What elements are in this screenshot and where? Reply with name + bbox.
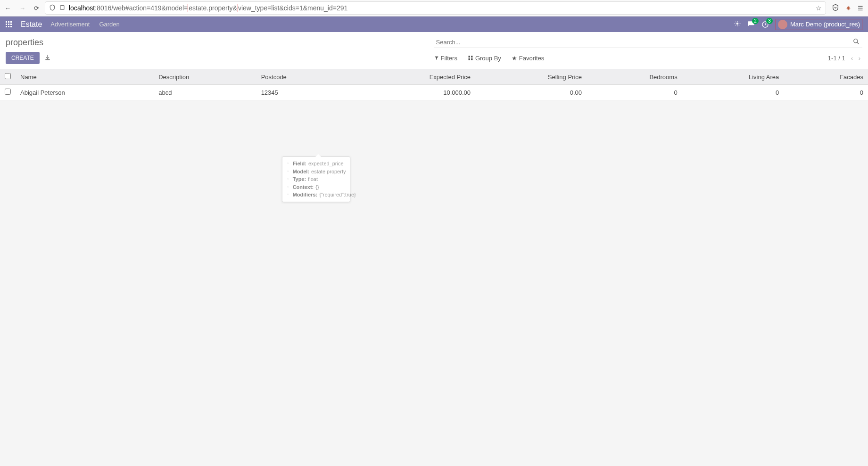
cell-bedrooms: 0	[587, 85, 682, 100]
search-icon[interactable]	[850, 38, 862, 46]
pager-next[interactable]: ›	[857, 55, 862, 62]
page-icon	[59, 4, 65, 12]
col-living-area[interactable]: Living Area	[682, 69, 784, 85]
app-bar: Estate Advertisement Garden 2 3 Marc Dem…	[0, 16, 868, 32]
menu-garden[interactable]: Garden	[99, 21, 119, 28]
svg-rect-4	[6, 24, 7, 25]
apps-grid-icon[interactable]	[6, 21, 12, 28]
search-area	[434, 37, 863, 48]
col-postcode[interactable]: Postcode	[256, 69, 346, 85]
messages-icon[interactable]: 2	[747, 21, 755, 28]
svg-rect-1	[6, 21, 7, 23]
breadcrumb: properties	[6, 38, 434, 48]
messages-badge: 2	[752, 18, 759, 24]
svg-rect-3	[10, 21, 12, 23]
svg-rect-13	[468, 56, 470, 58]
avatar	[778, 20, 787, 29]
col-facades[interactable]: Facades	[784, 69, 868, 85]
cell-selling-price: 0.00	[475, 85, 587, 100]
col-bedrooms[interactable]: Bedrooms	[587, 69, 682, 85]
table-header-row: Name Description Postcode Expected Price…	[0, 69, 868, 85]
menu-advertisement[interactable]: Advertisement	[50, 21, 90, 28]
cell-description: abcd	[154, 85, 256, 100]
cell-living-area: 0	[682, 85, 784, 100]
cell-name: Abigail Peterson	[16, 85, 154, 100]
user-menu[interactable]: Marc Demo (product_res)	[776, 19, 862, 30]
list-view: Name Description Postcode Expected Price…	[0, 69, 868, 100]
hamburger-icon[interactable]: ☰	[858, 5, 863, 12]
reload-button[interactable]: ⟳	[34, 5, 39, 12]
svg-rect-7	[6, 26, 7, 27]
search-input[interactable]	[434, 37, 851, 48]
svg-rect-6	[10, 24, 12, 25]
svg-rect-16	[471, 58, 473, 60]
browser-chrome: ← → ⟳ localhost:8016/web#action=419&mode…	[0, 0, 868, 16]
col-name[interactable]: Name	[16, 69, 154, 85]
groupby-button[interactable]: Group By	[468, 55, 501, 62]
extension-icon[interactable]: ✷	[846, 5, 851, 12]
col-expected-price[interactable]: Expected Price	[346, 69, 475, 85]
col-selling-price[interactable]: Selling Price	[475, 69, 587, 85]
cell-postcode: 12345	[256, 85, 346, 100]
user-name: Marc Demo (product_res)	[790, 21, 860, 28]
svg-rect-9	[10, 26, 12, 27]
cell-facades: 0	[784, 85, 868, 100]
cell-expected-price: 10,000.00	[346, 85, 475, 100]
field-tooltip: Field:expected_price Model:estate.proper…	[282, 156, 350, 202]
select-all-checkbox[interactable]	[5, 73, 11, 79]
forward-button[interactable]: →	[19, 5, 25, 12]
create-button[interactable]: CREATE	[6, 52, 40, 64]
export-button[interactable]	[44, 54, 51, 62]
app-title[interactable]: Estate	[21, 20, 42, 29]
pocket-icon[interactable]	[832, 4, 839, 13]
row-checkbox[interactable]	[5, 89, 11, 95]
favorites-button[interactable]: ★ Favorites	[512, 55, 544, 62]
activities-badge: 3	[766, 18, 773, 24]
pager-prev[interactable]: ‹	[849, 55, 855, 62]
url-bar[interactable]: localhost:8016/web#action=419&model=esta…	[45, 1, 826, 15]
col-description[interactable]: Description	[154, 69, 256, 85]
svg-rect-14	[471, 56, 473, 58]
control-panel: properties CREATE Filters Group By	[0, 32, 868, 69]
svg-point-10	[736, 23, 739, 25]
app-menu: Advertisement Garden	[50, 21, 119, 28]
url-text: localhost:8016/web#action=419&model=esta…	[69, 4, 812, 12]
filters-button[interactable]: Filters	[434, 55, 457, 62]
svg-rect-5	[8, 24, 9, 25]
back-button[interactable]: ←	[5, 5, 11, 12]
page-area: Name Description Postcode Expected Price…	[0, 69, 868, 446]
svg-point-12	[854, 39, 858, 43]
svg-rect-0	[60, 6, 64, 10]
table-row[interactable]: Abigail Peterson abcd 12345 10,000.00 0.…	[0, 85, 868, 100]
activities-icon[interactable]: 3	[761, 21, 769, 28]
svg-rect-8	[8, 26, 9, 27]
svg-rect-15	[468, 58, 470, 60]
debug-icon[interactable]	[734, 20, 741, 28]
bookmark-star-icon[interactable]: ☆	[816, 4, 822, 12]
pager-text[interactable]: 1-1 / 1	[828, 55, 845, 62]
svg-rect-2	[8, 21, 9, 23]
shield-icon	[49, 4, 56, 12]
